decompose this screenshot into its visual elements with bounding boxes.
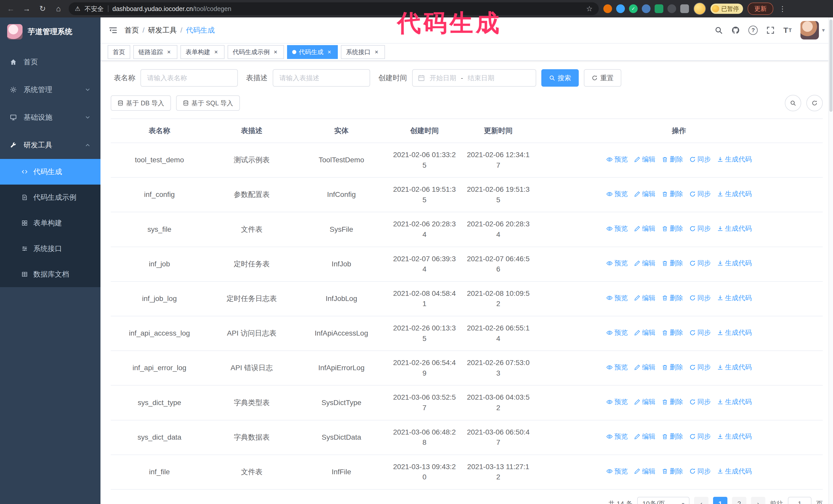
tab-close-icon[interactable]: ×: [326, 49, 333, 55]
sync-link[interactable]: 同步: [689, 224, 711, 234]
date-range-picker[interactable]: 开始日期 - 结束日期: [412, 69, 536, 87]
scrollbar-thumb[interactable]: [829, 20, 832, 112]
paused-badge[interactable]: 已暂停: [711, 4, 743, 14]
sync-link[interactable]: 同步: [689, 466, 711, 476]
sync-link[interactable]: 同步: [689, 293, 711, 303]
reload-button[interactable]: ↻: [37, 3, 48, 14]
extension-icon[interactable]: [667, 4, 676, 13]
sidebar-item-infrastructure[interactable]: 基础设施: [0, 103, 100, 131]
tab-home[interactable]: 首页: [108, 45, 130, 59]
sidebar-item-form-builder[interactable]: 表单构建: [0, 210, 100, 236]
forward-button[interactable]: →: [21, 3, 32, 14]
extension-icon[interactable]: ✓: [629, 4, 638, 13]
address-bar[interactable]: ⚠ 不安全 dashboard.yudao.iocoder.cn/tool/co…: [69, 2, 599, 15]
delete-link[interactable]: 删除: [662, 258, 683, 268]
sync-link[interactable]: 同步: [689, 362, 711, 372]
generate-code-link[interactable]: 生成代码: [717, 189, 752, 199]
edit-link[interactable]: 编辑: [634, 362, 656, 372]
bookmark-star-icon[interactable]: ☆: [586, 5, 593, 13]
goto-page-input[interactable]: [788, 497, 811, 504]
edit-link[interactable]: 编辑: [634, 154, 656, 164]
preview-link[interactable]: 预览: [606, 466, 628, 476]
next-page-button[interactable]: ›: [751, 497, 765, 504]
help-icon[interactable]: ?: [748, 26, 758, 35]
breadcrumb-dev-tools[interactable]: 研发工具: [148, 25, 177, 35]
back-button[interactable]: ←: [5, 3, 17, 14]
edit-link[interactable]: 编辑: [634, 189, 656, 199]
sidebar-item-home[interactable]: 首页: [0, 48, 100, 76]
sidebar-item-system-management[interactable]: 系统管理: [0, 76, 100, 103]
preview-link[interactable]: 预览: [606, 397, 628, 407]
edit-link[interactable]: 编辑: [634, 293, 656, 303]
preview-link[interactable]: 预览: [606, 432, 628, 441]
extension-icon[interactable]: [616, 4, 625, 13]
delete-link[interactable]: 删除: [662, 466, 683, 476]
edit-link[interactable]: 编辑: [634, 258, 656, 268]
generate-code-link[interactable]: 生成代码: [717, 293, 752, 303]
generate-code-link[interactable]: 生成代码: [717, 432, 752, 441]
edit-link[interactable]: 编辑: [634, 328, 656, 338]
sidebar-toggle[interactable]: [109, 26, 117, 34]
user-menu[interactable]: ▾: [801, 21, 825, 40]
chrome-update-button[interactable]: 更新: [748, 3, 773, 15]
sync-link[interactable]: 同步: [689, 432, 711, 441]
delete-link[interactable]: 删除: [662, 362, 683, 372]
search-button[interactable]: 搜索: [541, 69, 579, 87]
delete-link[interactable]: 删除: [662, 432, 683, 441]
page-button-1[interactable]: 1: [713, 497, 728, 504]
page-button-2[interactable]: 2: [732, 497, 746, 504]
sync-link[interactable]: 同步: [689, 258, 711, 268]
font-size-icon[interactable]: TT: [783, 26, 792, 34]
generate-code-link[interactable]: 生成代码: [717, 397, 752, 407]
generate-code-link[interactable]: 生成代码: [717, 328, 752, 338]
generate-code-link[interactable]: 生成代码: [717, 362, 752, 372]
edit-link[interactable]: 编辑: [634, 432, 656, 441]
tab-tracing[interactable]: 链路追踪×: [133, 45, 177, 59]
extension-icon[interactable]: [642, 4, 650, 13]
edit-link[interactable]: 编辑: [634, 466, 656, 476]
edit-link[interactable]: 编辑: [634, 397, 656, 407]
extensions-puzzle-icon[interactable]: [680, 4, 689, 13]
tab-system-api[interactable]: 系统接口×: [341, 45, 385, 59]
logo[interactable]: 芋道管理系统: [0, 18, 100, 46]
fullscreen-icon[interactable]: [766, 26, 775, 34]
preview-link[interactable]: 预览: [606, 154, 628, 164]
generate-code-link[interactable]: 生成代码: [717, 224, 752, 234]
sync-link[interactable]: 同步: [689, 154, 711, 164]
generate-code-link[interactable]: 生成代码: [717, 154, 752, 164]
tab-close-icon[interactable]: ×: [213, 49, 219, 55]
tab-form-builder[interactable]: 表单构建×: [181, 45, 224, 59]
preview-link[interactable]: 预览: [606, 328, 628, 338]
edit-link[interactable]: 编辑: [634, 224, 656, 234]
extension-icon[interactable]: [654, 4, 663, 13]
tab-codegen[interactable]: 代码生成×: [287, 45, 338, 59]
sync-link[interactable]: 同步: [689, 189, 711, 199]
sidebar-item-db-doc[interactable]: 数据库文档: [0, 262, 100, 287]
generate-code-link[interactable]: 生成代码: [717, 258, 752, 268]
page-size-select[interactable]: 10条/页▾: [637, 497, 689, 504]
delete-link[interactable]: 删除: [662, 154, 683, 164]
sidebar-item-codegen[interactable]: 代码生成: [0, 159, 100, 185]
table-name-input[interactable]: [140, 69, 238, 87]
extension-icon[interactable]: [603, 4, 612, 13]
delete-link[interactable]: 删除: [662, 189, 683, 199]
refresh-table-button[interactable]: [806, 95, 823, 111]
sidebar-item-dev-tools[interactable]: 研发工具: [0, 131, 100, 159]
tab-close-icon[interactable]: ×: [272, 49, 279, 55]
sync-link[interactable]: 同步: [689, 397, 711, 407]
not-secure-label[interactable]: 不安全: [85, 5, 104, 13]
sidebar-item-system-api[interactable]: 系统接口: [0, 236, 100, 262]
import-db-button[interactable]: 基于 DB 导入: [111, 95, 171, 111]
breadcrumb-home[interactable]: 首页: [124, 25, 139, 35]
preview-link[interactable]: 预览: [606, 362, 628, 372]
browser-scrollbar[interactable]: [828, 18, 833, 504]
generate-code-link[interactable]: 生成代码: [717, 466, 752, 476]
preview-link[interactable]: 预览: [606, 224, 628, 234]
tab-codegen-example[interactable]: 代码生成示例×: [228, 45, 284, 59]
delete-link[interactable]: 删除: [662, 293, 683, 303]
delete-link[interactable]: 删除: [662, 224, 683, 234]
delete-link[interactable]: 删除: [662, 397, 683, 407]
browser-menu-icon[interactable]: ⋮: [778, 5, 787, 13]
reset-button[interactable]: 重置: [584, 69, 621, 87]
home-button[interactable]: ⌂: [53, 3, 64, 14]
